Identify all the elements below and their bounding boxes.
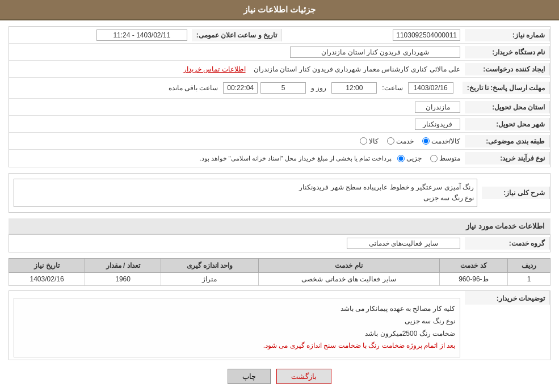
page-wrapper: جزئیات اطلاعات نیاز شماره نیاز: 11030925… (0, 0, 559, 392)
service-group-label: گروه خدمت: (465, 237, 550, 250)
page-title: جزئیات اطلاعات نیاز (243, 5, 316, 14)
public-announce-value: 1403/02/11 - 11:24 (9, 27, 192, 43)
service-group-display: سایر فعالیت‌های خدماتی (347, 238, 460, 249)
need-description-section: شرح کلی نیاز: رنگ آمیزی سرعتگیر و خطوط ع… (9, 173, 550, 213)
reply-countdown-label: ساعت باقی مانده (166, 84, 221, 92)
need-number-display: 1103092504000011 (393, 29, 460, 41)
requester-label: ایجاد کننده درخواست: (465, 63, 550, 75)
reply-deadline-row: مهلت ارسال پاسخ: تا تاریخ: 1403/02/16 سا… (9, 78, 550, 99)
back-button[interactable]: بازگشت (276, 369, 331, 384)
cell-date-0: 1403/02/16 (9, 273, 85, 286)
buyer-note-line-1: نوع رنگ سه جزیی (19, 315, 455, 328)
need-description-row: شرح کلی نیاز: رنگ آمیزی سرعتگیر و خطوط ع… (9, 174, 550, 212)
category-option-service[interactable]: کالا/خدمت (422, 137, 460, 145)
buyer-notes-value: کلیه کار مصالح به عهده پیمانکار می باشدن… (9, 291, 465, 359)
col-header-name: نام خدمت (258, 259, 439, 273)
process-type-row: نوع فرآیند خرید: متوسط جزیی (9, 150, 550, 167)
services-table: ردیف کد خدمت نام خدمت واحد اندازه گیری ت… (9, 258, 550, 286)
service-group-value: سایر فعالیت‌های خدماتی (9, 235, 465, 251)
buyer-note-line-2: ضخامت رنگ 2500میکرون باشد (19, 328, 455, 340)
reply-countdown-display: 00:22:04 (223, 82, 258, 94)
need-description-value: رنگ آمیزی سرعتگیر و خطوط عابرپیاده سطح ش… (9, 174, 482, 212)
public-announce-label: تاریخ و ساعت اعلان عمومی: (192, 29, 282, 41)
requester-text: علی مالائی کناری کارشناس معمار شهرداری ف… (254, 65, 460, 73)
category-radio-group: کالا/خدمت خدمت کالا (14, 137, 460, 145)
delivery-city-label: شهر محل تحویل: (465, 118, 550, 130)
category-option-both[interactable]: کالا (360, 137, 379, 145)
page-header: جزئیات اطلاعات نیاز (0, 0, 559, 20)
process-partial-label: جزیی (406, 154, 422, 162)
delivery-city-display: فریدونکنار (415, 119, 460, 130)
buyer-org-value: شهرداری فریدون کنار استان مازندران (9, 44, 465, 60)
category-both-label: کالا (369, 137, 379, 145)
buyer-org-row: نام دستگاه خریدار: شهرداری فریدون کنار ا… (9, 44, 550, 61)
service-group-row: گروه خدمت: سایر فعالیت‌های خدماتی (9, 235, 550, 252)
cell-qty-0: 1960 (85, 273, 161, 286)
need-description-line2: نوع رنگ سه جزیی (423, 194, 474, 202)
category-service-radio[interactable] (422, 137, 430, 145)
buyer-note-link-3: بعد از اتمام پروژه ضخامت رنگ با ضخامت سن… (263, 342, 455, 349)
category-row: طبقه بندی موضوعی: کالا/خدمت خدمت کالا (9, 133, 550, 150)
process-type-label: نوع فرآیند خرید: (465, 152, 550, 165)
process-option-medium[interactable]: متوسط (430, 154, 460, 162)
cell-name-0: سایر فعالیت های خدماتی شخصی (258, 273, 439, 286)
process-type-options: متوسط جزیی پرداخت تمام یا بخشی از مبلغ خ… (9, 152, 465, 165)
delivery-city-row: شهر محل تحویل: فریدونکنار (9, 116, 550, 133)
need-number-label: شماره نیاز: (465, 29, 550, 41)
buyer-org-display: شهرداری فریدون کنار استان مازندران (290, 47, 460, 58)
table-header-row: ردیف کد خدمت نام خدمت واحد اندازه گیری ت… (9, 259, 550, 273)
content-area: شماره نیاز: 1103092504000011 تاریخ و ساع… (0, 20, 559, 392)
buyer-org-label: نام دستگاه خریدار: (465, 46, 550, 58)
process-medium-label: متوسط (439, 154, 460, 162)
reply-deadline-label: مهلت ارسال پاسخ: تا تاریخ: (463, 82, 550, 94)
process-medium-radio[interactable] (430, 155, 438, 162)
process-option-partial[interactable]: جزیی (397, 154, 422, 162)
services-table-section: ردیف کد خدمت نام خدمت واحد اندازه گیری ت… (9, 258, 550, 286)
process-row-container: متوسط جزیی پرداخت تمام یا بخشی از مبلغ خ… (14, 154, 460, 162)
process-radio-group: متوسط جزیی (397, 154, 460, 162)
category-service-label: کالا/خدمت (431, 137, 460, 145)
delivery-province-row: استان محل تحویل: مازندران (9, 99, 550, 116)
reply-deadline-value: 1403/02/16 ساعت: 12:00 روز و 5 00:22:04 … (9, 78, 463, 98)
category-label: طبقه بندی موضوعی: (465, 135, 550, 147)
reply-date-display: 1403/02/16 (408, 82, 453, 94)
buyer-notes-section: توضیحات خریدار: کلیه کار مصالح به عهده پ… (9, 290, 550, 360)
category-goods-radio[interactable] (387, 137, 394, 145)
delivery-province-label: استان محل تحویل: (465, 101, 550, 113)
cell-row-0: 1 (508, 273, 550, 286)
top-info-section: شماره نیاز: 1103092504000011 تاریخ و ساع… (9, 26, 550, 167)
category-both-radio[interactable] (360, 137, 367, 145)
print-button[interactable]: چاپ (228, 369, 271, 384)
reply-days-label: روز و (309, 84, 329, 92)
contact-link[interactable]: اطلاعات تماس خریدار (183, 65, 246, 73)
service-group-section: گروه خدمت: سایر فعالیت‌های خدماتی (9, 234, 550, 252)
need-number-value: 1103092504000011 (282, 27, 465, 43)
table-row: 1 ط-96-960 سایر فعالیت های خدماتی شخصی م… (9, 273, 550, 286)
category-options: کالا/خدمت خدمت کالا (9, 135, 465, 147)
delivery-city-value: فریدونکنار (9, 116, 465, 132)
need-number-row: شماره نیاز: 1103092504000011 تاریخ و ساع… (9, 27, 550, 44)
col-header-date: تاریخ نیاز (9, 259, 85, 273)
delivery-province-value: مازندران (9, 99, 465, 115)
services-section-title: اطلاعات خدمات مورد نیاز (9, 218, 550, 234)
reply-days-display: 5 (260, 82, 306, 94)
need-description-label: شرح کلی نیاز: (482, 187, 550, 199)
reply-time-label: ساعت: (380, 84, 405, 92)
buyer-note-line-3: بعد از اتمام پروژه ضخامت رنگ با ضخامت سن… (19, 340, 455, 352)
col-header-row: ردیف (508, 259, 550, 273)
buyer-notes-row: توضیحات خریدار: کلیه کار مصالح به عهده پ… (9, 291, 550, 359)
bottom-buttons: بازگشت چاپ (9, 369, 550, 384)
deadline-time-container: 1403/02/16 ساعت: 12:00 روز و 5 00:22:04 … (14, 80, 458, 96)
category-option-goods[interactable]: خدمت (387, 137, 414, 145)
need-description-line1: رنگ آمیزی سرعتگیر و خطوط عابرپیاده سطح ش… (299, 183, 474, 191)
table-body: 1 ط-96-960 سایر فعالیت های خدماتی شخصی م… (9, 273, 550, 286)
requester-value: علی مالائی کناری کارشناس معمار شهرداری ف… (9, 62, 465, 75)
need-description-box: رنگ آمیزی سرعتگیر و خطوط عابرپیاده سطح ش… (14, 179, 477, 207)
process-note-text: پرداخت تمام یا بخشی از مبلغ خریداز محل "… (199, 155, 392, 162)
col-header-code: کد خدمت (439, 259, 508, 273)
process-partial-radio[interactable] (397, 155, 405, 162)
col-header-qty: تعداد / مقدار (85, 259, 161, 273)
col-header-unit: واحد اندازه گیری (161, 259, 259, 273)
reply-time-display: 12:00 (331, 82, 377, 94)
public-announce-display: 1403/02/11 - 11:24 (96, 29, 187, 41)
